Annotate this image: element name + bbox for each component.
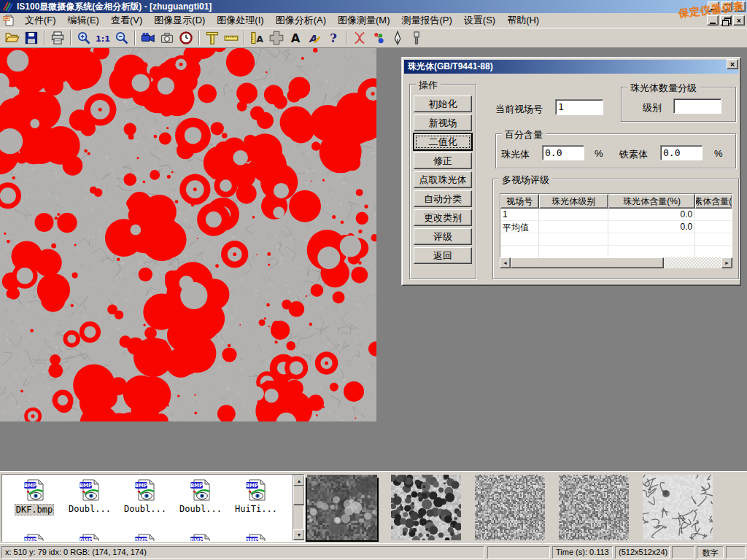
- bmp-file-icon: BMP: [8, 533, 61, 542]
- scroll-right-button[interactable]: ►: [721, 257, 732, 268]
- table-header-cell[interactable]: 珠光体级别: [539, 194, 608, 209]
- scrollbar-track[interactable]: [664, 257, 721, 268]
- window-title: IS100显微摄像系统(金相分析版) - [zhuguangti01]: [17, 1, 212, 13]
- status-mode: 数字: [697, 546, 724, 559]
- file-item[interactable]: BMP: [8, 533, 61, 542]
- thumbnail-image-3[interactable]: [475, 475, 545, 540]
- level-input[interactable]: [673, 98, 721, 114]
- curve-tool-button[interactable]: [350, 29, 369, 47]
- scrollbar-thumb[interactable]: [293, 486, 305, 505]
- file-item[interactable]: BMP: [174, 533, 227, 542]
- snapshot-button[interactable]: [158, 29, 177, 47]
- table-row[interactable]: 10.0: [500, 209, 732, 221]
- table-row[interactable]: [500, 246, 732, 258]
- save-button[interactable]: [22, 29, 41, 47]
- one-to-one-icon: 1:1: [96, 31, 110, 45]
- change-class-button[interactable]: 更改类别: [414, 209, 472, 226]
- toolbar-separator: [244, 31, 245, 45]
- pearlite-percent-input[interactable]: 0.0: [542, 145, 584, 160]
- zoom-out-button[interactable]: [112, 29, 131, 47]
- menu-image-display[interactable]: 图像显示(D): [148, 12, 211, 28]
- menu-view[interactable]: 查看(V): [105, 12, 148, 28]
- cross-grid-icon: [269, 31, 284, 45]
- menu-file[interactable]: 文件(F): [19, 12, 62, 28]
- file-name-label: Doubl...: [68, 504, 112, 514]
- ruler-button[interactable]: [222, 29, 241, 47]
- dialog-title-bar[interactable]: 珠光体(GB/T9441-88): [404, 60, 738, 74]
- open-folder-icon: [5, 31, 20, 45]
- ruler-icon: [224, 31, 239, 45]
- menu-image-analysis[interactable]: 图像分析(A): [270, 12, 332, 28]
- scroll-left-button[interactable]: ◄: [500, 257, 511, 268]
- help-button[interactable]: ?: [324, 29, 343, 47]
- print-button[interactable]: [48, 29, 67, 47]
- auto-classify-button[interactable]: 自动分类: [414, 190, 472, 207]
- file-name-label: DKF.bmp: [15, 504, 55, 516]
- thumbnail-image-2[interactable]: [391, 475, 461, 540]
- return-button[interactable]: 返回: [414, 247, 472, 264]
- thumbnail-image-5[interactable]: [643, 475, 713, 540]
- menu-settings[interactable]: 设置(S): [458, 12, 501, 28]
- classify-points-button[interactable]: [369, 29, 388, 47]
- table-header-cell[interactable]: 铁素体含量(%): [695, 194, 732, 209]
- scroll-down-button[interactable]: ▼: [293, 529, 305, 540]
- grid-button[interactable]: [267, 29, 286, 47]
- caliper-icon: [205, 31, 220, 45]
- bmp-file-icon: BMP: [63, 533, 116, 542]
- svg-text:A: A: [256, 34, 263, 44]
- table-cell: [539, 233, 608, 246]
- initialize-button[interactable]: 初始化: [414, 96, 472, 112]
- table-header-cell[interactable]: 珠光体含量(%): [608, 194, 695, 209]
- zoom-in-button[interactable]: [74, 29, 93, 47]
- brush-button[interactable]: [407, 29, 426, 47]
- correct-button[interactable]: 修正: [414, 152, 472, 169]
- scroll-up-button[interactable]: ▲: [293, 475, 305, 486]
- actual-size-button[interactable]: 1:1: [93, 29, 112, 47]
- bmp-file-icon: BMP: [8, 478, 61, 504]
- open-button[interactable]: [3, 29, 22, 47]
- menu-edit[interactable]: 编辑(E): [62, 12, 105, 28]
- pen-button[interactable]: [388, 29, 407, 47]
- measure-text-button[interactable]: A: [248, 29, 267, 47]
- new-field-button[interactable]: 新视场: [414, 114, 472, 131]
- menu-image-measure[interactable]: 图像测量(M): [332, 12, 396, 28]
- current-field-input[interactable]: 1: [555, 99, 603, 115]
- level-label: 级别: [643, 101, 662, 114]
- thumbnail-image-1[interactable]: [307, 475, 377, 540]
- child-close-button[interactable]: ×: [733, 15, 745, 26]
- status-blank-3: [726, 546, 746, 559]
- table-row[interactable]: [500, 233, 732, 246]
- menu-help[interactable]: 帮助(H): [501, 12, 545, 28]
- menu-image-processing[interactable]: 图像处理(I): [211, 12, 269, 28]
- annotate-button[interactable]: A: [305, 29, 324, 47]
- file-item[interactable]: BMPDoubl...: [63, 478, 116, 514]
- file-item[interactable]: BMPHuiTi...: [230, 478, 282, 514]
- file-item[interactable]: BMPDoubl...: [119, 478, 171, 514]
- thumbnail-image-4[interactable]: [559, 475, 629, 540]
- binarized-micrograph-image[interactable]: [0, 48, 376, 421]
- toolbar-separator: [70, 31, 71, 45]
- table-row[interactable]: 平均值0.0: [500, 221, 732, 233]
- binarize-button[interactable]: 二值化: [414, 133, 472, 150]
- file-item[interactable]: BMP: [230, 533, 282, 542]
- dialog-close-button[interactable]: ×: [727, 59, 738, 69]
- menu-measure-report[interactable]: 测量报告(P): [395, 12, 457, 28]
- ferrite-percent-input[interactable]: 0.0: [660, 145, 703, 160]
- file-item[interactable]: BMPDKF.bmp: [8, 478, 61, 516]
- child-restore-button[interactable]: [720, 15, 732, 26]
- table-header-cell[interactable]: 视场号: [500, 194, 539, 209]
- table-header-row: 视场号珠光体级别珠光体含量(%)铁素体含量(%): [500, 194, 732, 209]
- status-blank-1: [487, 546, 550, 559]
- rate-button[interactable]: 评级: [414, 228, 472, 245]
- pick-pearlite-button[interactable]: 点取珠光体: [414, 171, 472, 188]
- video-capture-button[interactable]: [139, 29, 158, 47]
- timer-button[interactable]: [177, 29, 196, 47]
- caliper-button[interactable]: [203, 29, 222, 47]
- file-item[interactable]: BMP: [63, 533, 116, 542]
- scrollbar-thumb[interactable]: [511, 257, 664, 268]
- file-item[interactable]: BMP: [119, 533, 171, 542]
- operations-group-label: 操作: [416, 79, 441, 92]
- file-item[interactable]: BMPDoubl...: [174, 478, 227, 514]
- file-name-label: Doubl...: [123, 504, 167, 514]
- text-label-button[interactable]: A: [286, 29, 305, 47]
